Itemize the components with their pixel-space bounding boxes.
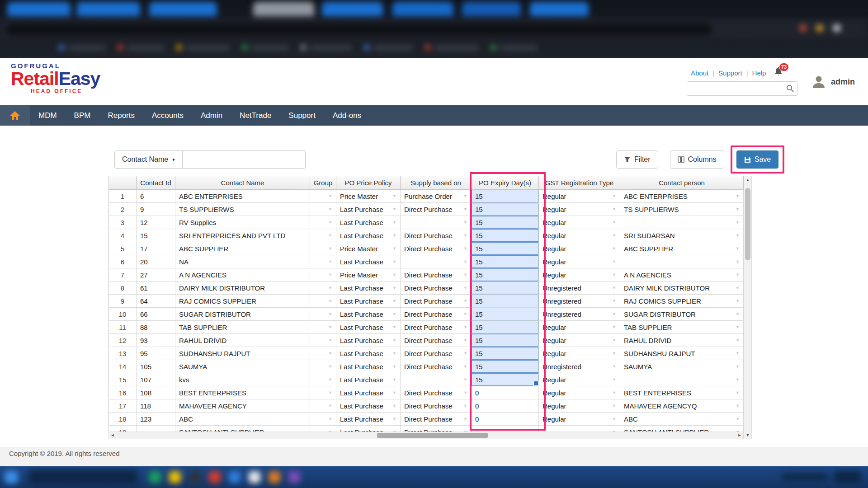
po-expiry-days-cell[interactable]: 15 <box>472 373 539 386</box>
column-header-contact-name[interactable]: Contact Name <box>175 176 310 190</box>
group-cell[interactable]: ▼ <box>310 373 336 386</box>
contact-person-cell[interactable]: ABC SUPPLIER▼ <box>620 242 744 255</box>
scroll-down-arrow-icon[interactable]: ▼ <box>744 432 751 439</box>
contact-id-cell[interactable]: 88 <box>137 321 175 334</box>
header-search-input[interactable] <box>687 81 797 96</box>
column-header-contact-id[interactable]: Contact Id <box>137 176 175 190</box>
gst-registration-type-cell[interactable]: Regular▼ <box>539 268 620 282</box>
po-expiry-days-cell[interactable]: 15 <box>472 216 539 229</box>
supply-based-on-cell[interactable]: Direct Purchase▼ <box>401 295 472 308</box>
search-column-dropdown[interactable]: Contact Name▾ <box>114 150 183 169</box>
gst-registration-type-cell[interactable]: Unregistered▼ <box>539 295 620 308</box>
supply-based-on-cell[interactable]: Direct Purchase▼ <box>401 242 472 255</box>
contact-name-cell[interactable]: ABC <box>175 413 310 426</box>
po-price-policy-cell[interactable]: Last Purchase▼ <box>336 203 401 216</box>
group-cell[interactable]: ▼ <box>310 190 336 203</box>
scroll-up-arrow-icon[interactable]: ▲ <box>744 176 751 183</box>
column-header-supply-based-on[interactable]: Supply based on <box>401 176 472 190</box>
gst-registration-type-cell[interactable]: Regular▼ <box>539 413 620 426</box>
po-price-policy-cell[interactable]: Last Purchase▼ <box>336 334 401 347</box>
po-expiry-days-cell[interactable]: 15 <box>472 321 539 334</box>
column-header-contact-person[interactable]: Contact person <box>620 176 744 190</box>
contact-person-cell[interactable]: MAHAVEER AGENCYQ▼ <box>620 399 744 413</box>
group-cell[interactable]: ▼ <box>310 334 336 347</box>
contact-id-cell[interactable] <box>137 426 175 432</box>
contact-person-cell[interactable]: ▼ <box>620 373 744 386</box>
save-button[interactable]: Save <box>736 150 778 169</box>
group-cell[interactable]: ▼ <box>310 282 336 295</box>
po-price-policy-cell[interactable]: Last Purchase▼ <box>336 308 401 321</box>
po-price-policy-cell[interactable]: Last Purchase▼ <box>336 347 401 360</box>
column-header-po-expiry-days[interactable]: PO Expiry Day(s) <box>472 176 539 190</box>
nav-item-home[interactable] <box>0 105 30 126</box>
contact-name-cell[interactable]: RAJ COMICS SUPPLIER <box>175 295 310 308</box>
po-expiry-days-cell[interactable]: 15 <box>472 203 539 216</box>
horizontal-scrollbar-thumb[interactable] <box>377 433 488 438</box>
about-link[interactable]: About <box>691 69 708 77</box>
nav-item-add-ons[interactable]: Add-ons <box>324 105 370 126</box>
contact-name-cell[interactable]: TS SUPPLIERWS <box>175 203 310 216</box>
contact-person-cell[interactable]: DAIRY MILK DISTRIBUTOR▼ <box>620 282 744 295</box>
nav-item-bpm[interactable]: BPM <box>66 105 99 126</box>
po-price-policy-cell[interactable]: Last Purchase▼ <box>336 229 401 242</box>
supply-based-on-cell[interactable]: ▼ <box>401 373 472 386</box>
contact-name-cell[interactable]: BEST ENTERPRISES <box>175 386 310 399</box>
contact-person-cell[interactable]: ▼ <box>620 255 744 268</box>
contact-id-cell[interactable]: 118 <box>137 399 175 413</box>
group-cell[interactable]: ▼ <box>310 413 336 426</box>
contact-id-cell[interactable]: 17 <box>137 242 175 255</box>
help-link[interactable]: Help <box>752 69 766 77</box>
gst-registration-type-cell[interactable]: Regular▼ <box>539 229 620 242</box>
group-cell[interactable]: ▼ <box>310 229 336 242</box>
contact-name-cell[interactable]: SAUMYA <box>175 360 310 373</box>
column-header-gst-registration-type[interactable]: GST Registration Type <box>539 176 620 190</box>
gst-registration-type-cell[interactable]: Regular▼ <box>539 203 620 216</box>
po-price-policy-cell[interactable]: Price Master▼ <box>336 190 401 203</box>
scroll-left-arrow-icon[interactable]: ◄ <box>109 432 116 439</box>
supply-based-on-cell[interactable]: Purchase Order▼ <box>401 190 472 203</box>
gst-registration-type-cell[interactable]: Regular▼ <box>539 399 620 413</box>
contact-id-cell[interactable]: 123 <box>137 413 175 426</box>
gst-registration-type-cell[interactable]: Regular▼ <box>539 386 620 399</box>
supply-based-on-cell[interactable]: Direct Purchase▼ <box>401 229 472 242</box>
po-price-policy-cell[interactable]: Last Purchase▼ <box>336 295 401 308</box>
group-cell[interactable]: ▼ <box>310 216 336 229</box>
contact-name-cell[interactable]: SRI ENTERPRICES AND PVT LTD <box>175 229 310 242</box>
group-cell[interactable]: ▼ <box>310 308 336 321</box>
group-cell[interactable]: ▼ <box>310 386 336 399</box>
po-expiry-days-cell[interactable]: 15 <box>472 308 539 321</box>
po-expiry-days-cell[interactable] <box>472 426 539 432</box>
contact-name-cell[interactable]: TAB SUPPLIER <box>175 321 310 334</box>
group-cell[interactable]: ▼ <box>310 321 336 334</box>
supply-based-on-cell[interactable]: ▼ <box>401 255 472 268</box>
vertical-scrollbar[interactable]: ▲ ▼ <box>744 176 752 439</box>
po-price-policy-cell[interactable]: Last Purchase▼ <box>336 413 401 426</box>
supply-based-on-cell[interactable]: Direct Purchase▼ <box>401 399 472 413</box>
contact-person-cell[interactable]: SUGAR DISTRIBUTOR▼ <box>620 308 744 321</box>
notifications-button[interactable]: 73 <box>774 67 784 78</box>
search-icon[interactable] <box>786 84 794 94</box>
gst-registration-type-cell[interactable]: Unregistered▼ <box>539 360 620 373</box>
po-expiry-days-cell[interactable]: 15 <box>472 295 539 308</box>
contact-name-cell[interactable]: SUDHANSHU RAJPUT <box>175 347 310 360</box>
gst-registration-type-cell[interactable]: Regular▼ <box>539 255 620 268</box>
contact-id-cell[interactable]: 93 <box>137 334 175 347</box>
nav-item-reports[interactable]: Reports <box>99 105 143 126</box>
contact-id-cell[interactable]: 20 <box>137 255 175 268</box>
contact-name-cell[interactable]: A N AGENCIES <box>175 268 310 282</box>
contact-person-cell[interactable]: A N AGENCIES▼ <box>620 268 744 282</box>
support-link[interactable]: Support <box>718 69 742 77</box>
gst-registration-type-cell[interactable]: Regular▼ <box>539 373 620 386</box>
contact-person-cell[interactable]: SAUMYA▼ <box>620 360 744 373</box>
contact-person-cell[interactable]: ABC ENTERPRISES▼ <box>620 190 744 203</box>
contact-id-cell[interactable]: 9 <box>137 203 175 216</box>
group-cell[interactable]: ▼ <box>310 203 336 216</box>
supply-based-on-cell[interactable]: Direct Purchase▼ <box>401 203 472 216</box>
contact-name-cell[interactable]: DAIRY MILK DISTRIBUTOR <box>175 282 310 295</box>
contact-name-cell[interactable]: MAHAVEER AGENCY <box>175 399 310 413</box>
supply-based-on-cell[interactable]: Direct Purchase▼ <box>401 308 472 321</box>
contact-name-cell[interactable]: NA <box>175 255 310 268</box>
contact-id-cell[interactable]: 12 <box>137 216 175 229</box>
contact-person-cell[interactable]: SANTOSH ANTI SUPPLIER▼ <box>620 426 744 432</box>
po-price-policy-cell[interactable]: Last Purchase▼ <box>336 282 401 295</box>
